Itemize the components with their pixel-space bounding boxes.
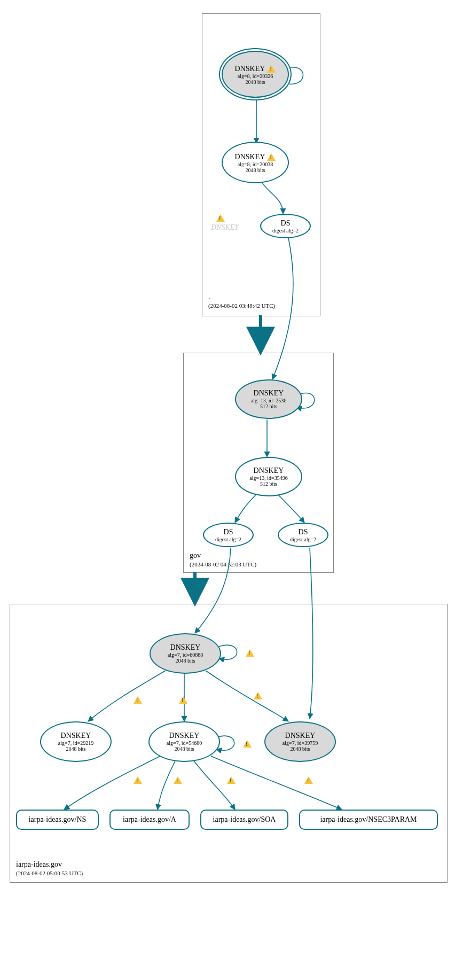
warn-ksk-self: [246, 648, 254, 657]
node-title: iarpa-ideas.gov/SOA: [213, 815, 276, 824]
node-sub2: 2048 bits: [291, 746, 310, 752]
warn-ksk-to-zsk: [179, 695, 187, 704]
rrset-nsec3param[interactable]: iarpa-ideas.gov/NSEC3PARAM: [299, 810, 438, 830]
node-sub2: 2048 bits: [246, 167, 265, 173]
root-ds[interactable]: DS digest alg=2: [260, 214, 311, 238]
node-sub1: alg=7, id=54680: [167, 740, 202, 746]
node-sub1: digest alg=2: [215, 536, 241, 542]
warn-ksk-to-k4: [254, 690, 262, 700]
node-title: DNSKEY: [285, 732, 316, 740]
warn-zsk-to-ns: [134, 775, 142, 784]
node-sub1: alg=7, id=29219: [58, 740, 93, 746]
gov-ksk-dnskey[interactable]: DNSKEY alg=13, id=2536 512 bits: [235, 379, 302, 419]
node-sub2: 512 bits: [260, 481, 277, 487]
gov-ds-1[interactable]: DS digest alg=2: [203, 523, 254, 547]
ghost-dnskey: DNSKEY: [211, 223, 239, 232]
node-sub1: alg=7, id=60888: [168, 652, 203, 658]
warn-zsk-self: [243, 738, 252, 748]
rrset-a[interactable]: iarpa-ideas.gov/A: [109, 810, 190, 830]
root-zsk-dnskey[interactable]: DNSKEY alg=8, id=20038 2048 bits: [222, 142, 289, 183]
node-title: DNSKEY: [254, 466, 284, 475]
node-sub1: alg=8, id=20038: [238, 161, 273, 167]
node-sub2: 2048 bits: [246, 79, 265, 85]
node-title: DNSKEY: [235, 65, 265, 73]
node-title: iarpa-ideas.gov/NS: [29, 815, 87, 824]
node-sub2: 2048 bits: [176, 658, 195, 664]
zone-iarpa-ts: (2024-08-02 05:00:53 UTC): [16, 870, 83, 876]
node-sub1: alg=13, id=2536: [251, 398, 286, 403]
node-sub1: digest alg=2: [290, 536, 316, 542]
gov-ds-2[interactable]: DS digest alg=2: [278, 523, 328, 547]
node-sub1: digest alg=2: [272, 228, 299, 234]
zone-root-ts: (2024-08-02 03:48:42 UTC): [208, 302, 275, 309]
warn-zsk-to-nsec3: [304, 775, 313, 784]
node-sub1: alg=13, id=35496: [249, 475, 287, 481]
rrset-soa[interactable]: iarpa-ideas.gov/SOA: [200, 810, 288, 830]
node-title: DNSKEY: [170, 643, 201, 652]
zone-iarpa-label: iarpa-ideas.gov: [16, 860, 62, 869]
node-title: DS: [299, 528, 308, 536]
node-sub2: 2048 bits: [175, 746, 194, 752]
rrset-ns[interactable]: iarpa-ideas.gov/NS: [16, 810, 99, 830]
node-title: DNSKEY: [169, 732, 200, 740]
node-title: DS: [224, 528, 233, 536]
warning-icon: [267, 65, 276, 73]
node-title: iarpa-ideas.gov/A: [123, 815, 176, 824]
warn-ksk-to-k2: [134, 695, 142, 704]
warn-zsk-to-a: [174, 775, 182, 784]
zone-root-label: .: [208, 293, 210, 301]
iarpa-dnskey-29219[interactable]: DNSKEY alg=7, id=29219 2048 bits: [40, 721, 112, 762]
zone-gov-ts: (2024-08-02 04:52:03 UTC): [190, 561, 256, 567]
gov-zsk-dnskey[interactable]: DNSKEY alg=13, id=35496 512 bits: [235, 457, 302, 496]
iarpa-ksk-dnskey[interactable]: DNSKEY alg=7, id=60888 2048 bits: [150, 633, 221, 674]
node-sub2: 512 bits: [260, 403, 277, 409]
warn-zsk-to-soa: [227, 775, 236, 784]
node-sub2: 2048 bits: [66, 746, 86, 752]
node-sub1: alg=8, id=20326: [238, 73, 273, 79]
node-title: DNSKEY: [254, 389, 284, 398]
node-title: DNSKEY: [235, 153, 265, 161]
node-title: DNSKEY: [61, 732, 91, 740]
node-title: iarpa-ideas.gov/NSEC3PARAM: [320, 815, 417, 824]
zone-gov-label: gov: [190, 551, 201, 560]
iarpa-zsk-dnskey[interactable]: DNSKEY alg=7, id=54680 2048 bits: [148, 721, 220, 762]
ghost-warning-icon: [216, 213, 225, 222]
node-sub1: alg=7, id=39759: [283, 740, 318, 746]
iarpa-dnskey-39759[interactable]: DNSKEY alg=7, id=39759 2048 bits: [264, 721, 336, 762]
root-ksk-dnskey[interactable]: DNSKEY alg=8, id=20326 2048 bits: [222, 51, 289, 98]
warning-icon: [267, 153, 276, 161]
node-title: DS: [281, 219, 291, 228]
